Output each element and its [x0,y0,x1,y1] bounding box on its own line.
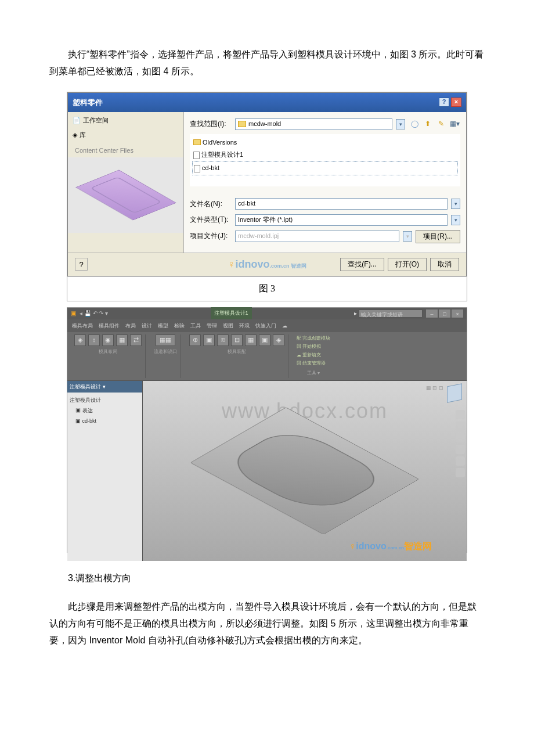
workspace-label: 工作空间 [83,115,109,127]
content-center-node[interactable]: Content Center Files [75,147,134,154]
tab-mold-layout[interactable]: 模具布局 [72,321,93,330]
nav-back-icon[interactable]: ◯ [409,118,420,130]
filetype-dropdown[interactable]: ▾ [451,215,460,225]
right-panel-item[interactable]: 配 完成创建模块 [297,334,330,343]
filename-dropdown[interactable]: ▾ [451,199,460,209]
ribbon-label-layout: 模具布局 [99,348,117,356]
lookin-dropdown[interactable]: ▾ [396,119,405,129]
gate-icon[interactable]: ▣ [203,334,215,346]
tree-node[interactable]: ▣ cd-bkt [70,416,140,426]
app-titlebar: ▣ ◂ 💾 ↶ ↷ ▾ 注塑模具设计1 ▸ 输入关键字或短语 – □ × [67,308,467,319]
doc-tab-active[interactable]: 注塑模具设计1 [211,307,252,319]
ribbon-label-tools: 工具 ▾ [307,369,320,377]
close-titlebar-button[interactable]: × [451,98,461,107]
cooling-icon[interactable]: ≋ [217,334,229,346]
filename-input[interactable]: cd-bkt [235,198,448,210]
file-list[interactable]: OldVersions 注塑模具设计1 cd-bkt [190,134,460,186]
close-button[interactable]: × [452,309,463,318]
project-button[interactable]: 项目(R)... [416,230,460,243]
file-item-part-selected[interactable]: cd-bkt [192,161,458,175]
tree-node[interactable]: ▣ 表达 [70,405,140,416]
tab-tools[interactable]: 工具 [190,321,201,330]
file-item-folder[interactable]: OldVersions [192,136,458,149]
find-button[interactable]: 查找(F)... [340,258,384,271]
filename-label: 文件名(N): [190,198,232,211]
pan-icon[interactable] [456,433,465,442]
search-area: ▸ 输入关键字或短语 [354,308,423,319]
maximize-button[interactable]: □ [439,309,450,318]
coldwell-icon[interactable]: ⊟ [231,334,243,346]
core-cavity-icon[interactable]: ▦ [116,334,128,346]
home-view-icon[interactable] [456,410,465,419]
lookin-label: 查找范围(I): [190,118,232,131]
runner-icon[interactable]: ⊕ [189,334,201,346]
viewport-corner-icons[interactable]: ▦ ⊟ ⊡ [426,383,443,393]
nav-view-icon[interactable]: ▦▾ [449,118,460,130]
feeding-icon[interactable]: ▦ [245,334,257,346]
tab-design[interactable]: 设计 [142,321,152,330]
open-button[interactable]: 打开(O) [388,258,427,271]
section-heading-3: 3.调整出模方向 [49,570,485,587]
search-input[interactable]: 输入关键字或短语 [359,309,423,318]
plastic-part-icon[interactable]: ◈ [74,334,86,346]
filetype-combo[interactable]: Inventor 零件 (*.ipt) [235,214,448,226]
tab-inspect[interactable]: 检验 [174,321,185,330]
tab-cloud[interactable]: ☁ [282,321,287,330]
wheel-icon[interactable] [456,468,465,477]
nav-up-icon[interactable]: ⬆ [422,118,434,130]
material-icon[interactable]: ◉ [102,334,114,346]
tab-manage[interactable]: 管理 [207,321,217,330]
model-browser[interactable]: 注塑模具设计 ▾ 注塑模具设计 ▣ 表达 ▣ cd-bkt [67,381,143,561]
ribbon-label-runner: 流道和浇口 [154,348,177,356]
right-panel-item[interactable]: 回 开始模拟 [297,343,330,351]
tab-mold-asm[interactable]: 模具组件 [99,321,120,330]
file-dialog: 塑料零件 ? × 📄 工作空间 ◈ 库 Con [67,92,467,276]
app-logo-icon: ▣ [71,308,76,319]
right-panel-item[interactable]: ☁ 重新填充 [297,351,330,359]
ribbon-group-asm: ⊕ ▣ ≋ ⊟ ▦ ▣ ◈ 模具装配 [186,334,288,378]
titlebar-buttons: ? × [439,98,461,107]
auto-runner-icon[interactable]: ▦▦ [156,334,175,346]
project-value: mcdw-mold.ipj [238,231,279,242]
file-label: 注塑模具设计1 [201,149,243,161]
project-dropdown: ▾ [403,231,412,242]
view-cube[interactable] [447,383,462,402]
orbit-icon[interactable] [456,422,465,431]
minimize-button[interactable]: – [426,309,438,318]
dialog-titlebar: 塑料零件 ? × [68,93,466,112]
gateway-icon[interactable]: ⇄ [130,334,142,346]
cancel-button[interactable]: 取消 [430,258,459,271]
help-icon[interactable]: ? [75,258,88,271]
tab-layout[interactable]: 布局 [125,321,136,330]
tab-view[interactable]: 视图 [223,321,233,330]
side-panel: 📄 工作空间 ◈ 库 Content Center Files [68,112,184,253]
filetype-label: 文件类型(T): [190,214,232,226]
tab-model[interactable]: 模型 [158,321,168,330]
right-panel-item[interactable]: 回 结束管理器 [297,359,330,368]
lookin-value: mcdw-mold [248,118,281,130]
ribbon-group-tools: 配 完成创建模块 回 开始模拟 ☁ 重新填充 回 结束管理器 工具 ▾ [293,334,334,378]
zoom-icon[interactable] [456,445,465,454]
help-titlebar-button[interactable]: ? [439,98,449,107]
lookin-combo[interactable]: mcdw-mold [235,118,392,130]
tab-getstarted[interactable]: 快速入门 [255,321,276,330]
viewport[interactable]: www.bdocx.com ▦ ⊟ ⊡ [143,381,467,561]
figure-4: ▣ ◂ 💾 ↶ ↷ ▾ 注塑模具设计1 ▸ 输入关键字或短语 – □ × 模具布… [67,307,467,553]
file-label: cd-bkt [202,163,219,174]
model-3d[interactable] [190,407,420,535]
app-window: ▣ ◂ 💾 ↶ ↷ ▾ 注塑模具设计1 ▸ 输入关键字或短语 – □ × 模具布… [67,308,467,528]
insert-icon[interactable]: ◈ [273,334,284,346]
tab-env[interactable]: 环境 [239,321,250,330]
look-icon[interactable] [456,456,465,466]
nav-new-icon[interactable]: ✎ [435,118,447,130]
qat-icons[interactable]: ◂ 💾 ↶ ↷ ▾ [80,308,108,319]
page-icon: 📄 [73,115,81,127]
moldbase-icon[interactable]: ▣ [259,334,270,346]
preview-model [75,170,176,221]
adjust-orient-icon[interactable]: ↕ [88,334,100,346]
folder-icon [193,139,201,145]
file-item-asm[interactable]: 注塑模具设计1 [192,149,458,161]
tree-root[interactable]: 注塑模具设计 [70,395,140,405]
watermark-idnovo: ♀idnovo.com.cn智造网 [349,538,432,555]
ribbon-label-asm: 模具装配 [228,348,246,356]
